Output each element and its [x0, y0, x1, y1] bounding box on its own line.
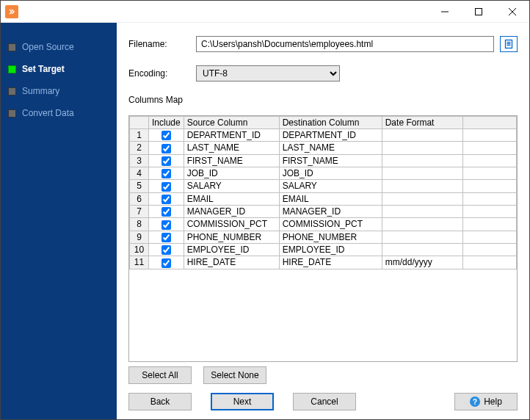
date-format-cell[interactable] — [382, 192, 462, 205]
columns-map-grid[interactable]: Include Source Column Destination Column… — [128, 115, 518, 362]
source-column-cell[interactable]: HIRE_DATE — [184, 256, 279, 269]
sidebar-item-convert-data[interactable]: Convert Data — [7, 102, 111, 124]
date-format-cell[interactable] — [382, 231, 462, 243]
table-row[interactable]: 7MANAGER_IDMANAGER_ID — [130, 205, 517, 217]
date-format-cell[interactable] — [382, 154, 462, 167]
step-marker-icon — [8, 109, 16, 117]
help-button[interactable]: ? Help — [454, 393, 518, 410]
row-number[interactable]: 9 — [130, 231, 149, 243]
include-checkbox[interactable] — [161, 144, 171, 153]
destination-column-cell[interactable]: SALARY — [279, 180, 382, 192]
include-checkbox[interactable] — [161, 156, 171, 166]
select-all-button[interactable]: Select All — [128, 366, 192, 384]
destination-column-cell[interactable]: COMMISSION_PCT — [279, 218, 382, 231]
date-format-cell[interactable] — [382, 243, 462, 256]
source-column-cell[interactable]: FIRST_NAME — [184, 154, 279, 167]
date-format-cell[interactable] — [382, 205, 462, 217]
table-row[interactable]: 3FIRST_NAMEFIRST_NAME — [130, 154, 517, 167]
date-format-cell[interactable]: mm/dd/yyyy — [382, 256, 462, 269]
row-number[interactable]: 8 — [130, 218, 149, 231]
source-column-cell[interactable]: PHONE_NUMBER — [184, 231, 279, 243]
source-column-cell[interactable]: LAST_NAME — [184, 142, 279, 154]
sidebar-item-summary[interactable]: Summary — [7, 80, 111, 102]
col-header-source[interactable]: Source Column — [184, 117, 279, 129]
include-checkbox[interactable] — [161, 258, 171, 268]
close-button[interactable] — [495, 1, 529, 23]
include-checkbox[interactable] — [161, 207, 171, 217]
include-checkbox[interactable] — [161, 182, 171, 192]
source-column-cell[interactable]: MANAGER_ID — [184, 205, 279, 217]
destination-column-cell[interactable]: FIRST_NAME — [279, 154, 382, 167]
date-format-cell[interactable] — [382, 142, 462, 154]
row-number[interactable]: 3 — [130, 154, 149, 167]
next-button[interactable]: Next — [211, 393, 274, 410]
destination-column-cell[interactable]: EMAIL — [279, 192, 382, 205]
include-checkbox[interactable] — [161, 220, 171, 230]
include-cell — [149, 243, 184, 256]
col-header-date-format[interactable]: Date Format — [382, 117, 462, 129]
row-number[interactable]: 5 — [130, 180, 149, 192]
row-number[interactable]: 2 — [130, 142, 149, 154]
sidebar-item-open-source[interactable]: Open Source — [7, 36, 111, 58]
selection-buttons-row: Select All Select None — [128, 366, 518, 384]
source-column-cell[interactable]: EMPLOYEE_ID — [184, 243, 279, 256]
date-format-cell[interactable] — [382, 180, 462, 192]
back-button[interactable]: Back — [128, 393, 192, 410]
include-checkbox[interactable] — [161, 195, 171, 204]
include-cell — [149, 167, 184, 179]
spacer-cell — [462, 218, 516, 231]
col-header-destination[interactable]: Destination Column — [279, 117, 382, 129]
row-number[interactable]: 11 — [130, 256, 149, 269]
table-row[interactable]: 8COMMISSION_PCTCOMMISSION_PCT — [130, 218, 517, 231]
maximize-button[interactable] — [462, 1, 495, 23]
wizard-nav-row: Back Next Cancel ? Help — [128, 388, 518, 410]
source-column-cell[interactable]: DEPARTMENT_ID — [184, 129, 279, 142]
destination-column-cell[interactable]: MANAGER_ID — [279, 205, 382, 217]
include-checkbox[interactable] — [161, 131, 171, 140]
source-column-cell[interactable]: COMMISSION_PCT — [184, 218, 279, 231]
table-row[interactable]: 11HIRE_DATEHIRE_DATEmm/dd/yyyy — [130, 256, 517, 269]
destination-column-cell[interactable]: PHONE_NUMBER — [279, 231, 382, 243]
table-row[interactable]: 5SALARYSALARY — [130, 180, 517, 192]
destination-column-cell[interactable]: LAST_NAME — [279, 142, 382, 154]
date-format-cell[interactable] — [382, 167, 462, 179]
row-number[interactable]: 7 — [130, 205, 149, 217]
spacer-cell — [462, 154, 516, 167]
row-number[interactable]: 10 — [130, 243, 149, 256]
sidebar-item-label: Convert Data — [22, 108, 111, 118]
table-row[interactable]: 4JOB_IDJOB_ID — [130, 167, 517, 179]
source-column-cell[interactable]: JOB_ID — [184, 167, 279, 179]
browse-button[interactable] — [500, 36, 518, 52]
cancel-button[interactable]: Cancel — [293, 393, 356, 410]
step-marker-icon — [8, 87, 16, 95]
destination-column-cell[interactable]: DEPARTMENT_ID — [279, 129, 382, 142]
table-row[interactable]: 10EMPLOYEE_IDEMPLOYEE_ID — [130, 243, 517, 256]
row-number[interactable]: 4 — [130, 167, 149, 179]
col-header-include[interactable]: Include — [149, 117, 184, 129]
date-format-cell[interactable] — [382, 129, 462, 142]
include-checkbox[interactable] — [161, 233, 171, 242]
select-none-button[interactable]: Select None — [203, 366, 266, 384]
destination-column-cell[interactable]: EMPLOYEE_ID — [279, 243, 382, 256]
source-column-cell[interactable]: SALARY — [184, 180, 279, 192]
source-column-cell[interactable]: EMAIL — [184, 192, 279, 205]
include-checkbox[interactable] — [161, 169, 171, 178]
row-number[interactable]: 6 — [130, 192, 149, 205]
destination-column-cell[interactable]: JOB_ID — [279, 167, 382, 179]
encoding-select[interactable]: UTF-8 — [196, 65, 340, 82]
row-number[interactable]: 1 — [130, 129, 149, 142]
minimize-button[interactable] — [428, 1, 462, 23]
document-icon — [504, 39, 514, 49]
table-row[interactable]: 9PHONE_NUMBERPHONE_NUMBER — [130, 231, 517, 243]
destination-column-cell[interactable]: HIRE_DATE — [279, 256, 382, 269]
encoding-row: Encoding: UTF-8 — [128, 65, 518, 82]
table-row[interactable]: 1DEPARTMENT_IDDEPARTMENT_ID — [130, 129, 517, 142]
dialog-body: Open Source Set Target Summary Convert D… — [1, 23, 529, 419]
include-checkbox[interactable] — [161, 245, 171, 255]
help-button-label: Help — [484, 397, 502, 407]
date-format-cell[interactable] — [382, 218, 462, 231]
filename-input[interactable] — [196, 36, 494, 52]
table-row[interactable]: 6EMAILEMAIL — [130, 192, 517, 205]
table-row[interactable]: 2LAST_NAMELAST_NAME — [130, 142, 517, 154]
sidebar-item-set-target[interactable]: Set Target — [7, 58, 111, 80]
